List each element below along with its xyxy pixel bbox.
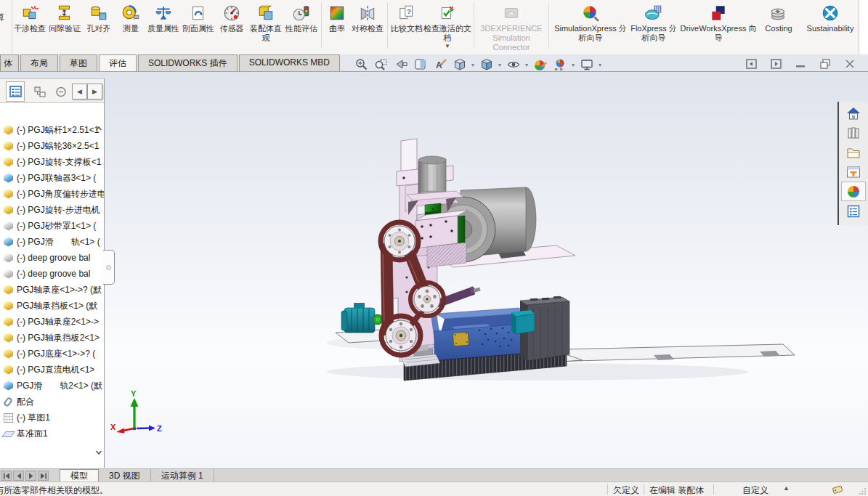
tree-item[interactable]: (-) PGJ轴承挡板2<1> [0,330,104,346]
tab-model[interactable]: 模型 [60,469,99,481]
last-study-button[interactable] [38,471,49,481]
check-active-document-button[interactable]: 检查激活的文档 ▼ [423,0,471,52]
display-style-icon[interactable] [478,57,495,73]
hide-show-items-icon[interactable] [505,57,522,73]
tab-assembly[interactable]: 体 [0,54,19,71]
tree-scroll-up-icon[interactable] [94,124,103,133]
tree-item[interactable]: PGJ轴承挡板<1> (默 [0,298,104,314]
tree-item[interactable]: (-) PGJ旋转-支撑板<1 [0,154,104,170]
compare-documents-button[interactable]: ? 比较文档 [390,0,423,52]
solidworks-resources-button[interactable] [841,103,866,123]
panel-splitter-handle[interactable] [103,250,115,285]
sensor-button[interactable]: 传感器 [216,0,248,52]
tree-item[interactable]: (-) PGJ轴承座2<1>-> [0,314,104,330]
floxpress-icon [644,4,663,23]
tree-item[interactable]: (-) deep groove bal [0,266,104,282]
apply-scene-icon[interactable] [551,57,569,73]
custom-status-caret-icon[interactable]: ▲ [783,484,790,492]
machine-assembly[interactable] [327,139,795,381]
file-explorer-button[interactable] [841,142,866,162]
driveworksxpress-wizard-button[interactable]: DriveWorksXpress 向导 [678,0,759,52]
assembly-visualization-button[interactable]: 装配体直观 [248,0,284,52]
tab-motion-study[interactable]: 运动算例 1 [151,469,214,481]
tree-scroll-down-icon[interactable] [94,448,103,457]
tree-item[interactable]: (-) PGJ蜗杆1×2.51<1 [0,122,104,138]
tab-evaluate[interactable]: 评估 [99,54,137,71]
minimize-button[interactable] [792,57,808,70]
tree-item[interactable]: PGJ滑 轨2<1> (默 [0,378,104,394]
measure-button[interactable]: 测量 [115,0,146,52]
costing-button[interactable]: Costing [759,0,798,52]
property-manager-tab[interactable] [31,81,49,102]
section-properties-button[interactable]: 剖面属性 [181,0,216,52]
edit-appearance-icon[interactable] [532,57,549,73]
tree-item[interactable]: (-) PGJ砂带罩1<1> ( [0,218,104,234]
previous-view-icon[interactable] [392,57,410,73]
display-style-caret-icon[interactable]: ▾ [498,62,501,68]
sensor-icon [222,4,241,23]
view-orientation-icon[interactable] [451,57,469,73]
tab-solidworks-mbd[interactable]: SOLIDWORKS MBD [239,54,340,71]
tree-item[interactable]: (-) PGJ滑 轨<1> ( [0,234,104,250]
triad-x-label: X [110,423,116,431]
curvature-button[interactable]: 曲率 [324,0,350,52]
performance-evaluation-button[interactable]: 性能评估 [284,0,319,52]
assembly-model[interactable]: Y X Z [0,72,868,468]
dock-panel-left-icon[interactable] [743,57,759,70]
dock-panel-right-icon[interactable] [768,57,784,70]
view-settings-caret-icon[interactable]: ▾ [599,62,601,68]
tree-item[interactable]: (-) 草图1 [0,410,104,426]
sustainability-button[interactable]: Sustainability [798,0,859,52]
tree-item[interactable]: PGJ轴承座<1>->? (默 [0,282,104,298]
compare-documents-icon: ? [397,4,416,23]
tab-layout[interactable]: 布局 [20,54,58,71]
tab-3d-views[interactable]: 3D 视图 [99,469,151,481]
tree-item[interactable]: (-) deep groove bal [0,250,104,266]
symmetry-check-button[interactable]: 对称检查 [350,0,385,52]
apply-scene-caret-icon[interactable]: ▾ [572,62,575,68]
appearances-scenes-button[interactable] [841,182,866,201]
tab-sketch[interactable]: 草图 [60,54,97,71]
3dexperience-simulation-connector-button[interactable]: 3DEXPERIENCE Simulation Connector [476,0,546,52]
simulationxpress-wizard-button[interactable]: SimulationXpress 分析向导 [551,0,630,52]
view-orientation-caret-icon[interactable]: ▾ [471,62,474,68]
tree-item[interactable]: 配合 [0,394,104,410]
hide-show-items-caret-icon[interactable]: ▾ [525,62,528,68]
tree-item[interactable]: (-) PGJ蜗轮36×2.5<1 [0,138,104,154]
tree-item[interactable]: 基准面1 [0,426,104,442]
feature-manager-tree-tab[interactable] [6,81,25,102]
view-settings-icon[interactable] [578,57,596,73]
design-library-button[interactable] [841,123,866,142]
ribbon-clipped-button[interactable]: 算 [0,0,12,54]
tag-icon[interactable] [831,484,844,496]
interference-check-button[interactable]: 干涉检查 [12,0,47,52]
configuration-manager-tab[interactable] [52,81,71,102]
mass-properties-button[interactable]: 质量属性 [146,0,181,52]
hole-alignment-button[interactable]: 孔对齐 [82,0,115,52]
tab-solidworks-addins[interactable]: SOLIDWORKS 插件 [138,54,238,71]
panel-scroll-right-button[interactable]: ▶ [87,84,102,99]
restore-button[interactable] [817,57,833,70]
floxpress-wizard-button[interactable]: FloXpress 分析向导 [630,0,678,52]
hide-annotations-icon[interactable]: A [431,57,449,73]
resize-grip[interactable] [859,487,867,496]
zoom-to-fit-icon[interactable] [353,57,370,73]
close-button[interactable] [842,57,858,70]
section-view-icon[interactable] [412,57,429,73]
first-study-button[interactable] [1,471,12,481]
tree-item[interactable]: (-) PGJ直流电机<1> [0,362,104,378]
previous-study-button[interactable] [13,471,24,481]
custom-properties-button[interactable] [841,201,866,221]
part-icon [4,206,13,215]
view-palette-button[interactable] [841,162,866,182]
zoom-to-area-icon[interactable] [373,57,390,73]
tree-item[interactable]: (-) PGJ旋转-步进电机 [0,202,104,218]
next-study-button[interactable] [25,471,36,481]
part-icon [4,349,13,359]
tree-item[interactable]: (-) PGJ底座<1>->? ( [0,346,104,362]
tree-item[interactable]: (-) PGJ联轴器3<1> ( [0,170,104,186]
tree-item[interactable]: (-) PGJ角度偏转步进电 [0,186,104,202]
custom-status-menu[interactable]: 自定义 [742,484,768,496]
clearance-verification-button[interactable]: 间隙验证 [47,0,82,52]
panel-scroll-left-button[interactable]: ◀ [72,84,87,99]
